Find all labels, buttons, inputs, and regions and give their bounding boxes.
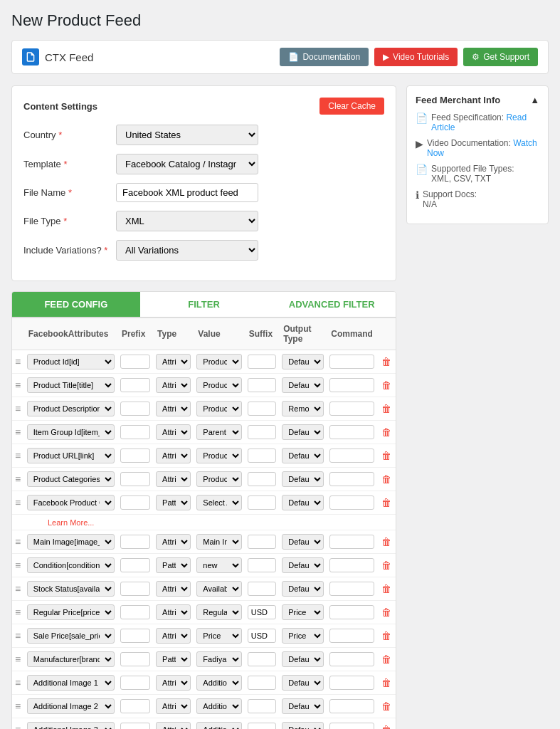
prefix-input[interactable] xyxy=(120,535,150,549)
prefix-input[interactable] xyxy=(120,629,150,643)
value-select[interactable]: Additional Image 2 xyxy=(196,698,241,714)
value-select[interactable]: new xyxy=(196,557,241,573)
command-input[interactable] xyxy=(329,723,374,729)
value-select[interactable]: Product Description xyxy=(196,401,241,416)
drag-handle-icon[interactable]: ≡ xyxy=(15,630,21,641)
drag-handle-icon[interactable]: ≡ xyxy=(15,379,21,391)
type-select[interactable]: Attribute Pattern (St: xyxy=(156,698,191,714)
output-type-select[interactable]: Default xyxy=(282,722,324,729)
command-input[interactable] xyxy=(329,495,374,510)
type-select[interactable]: Attribute Pattern (St: xyxy=(156,401,191,416)
value-select[interactable]: Parent Id [Group Id] xyxy=(196,424,241,440)
clear-cache-button[interactable]: Clear Cache xyxy=(319,98,384,115)
drag-handle-icon[interactable]: ≡ xyxy=(15,724,21,729)
suffix-input[interactable] xyxy=(248,402,276,416)
drag-handle-icon[interactable]: ≡ xyxy=(15,426,21,438)
command-input[interactable] xyxy=(329,449,374,463)
drag-handle-icon[interactable]: ≡ xyxy=(15,497,21,508)
drag-handle-icon[interactable]: ≡ xyxy=(15,701,21,712)
suffix-input[interactable] xyxy=(248,629,276,643)
fb-attribute-select[interactable]: Main Image[image_link xyxy=(27,534,115,550)
suffix-input[interactable] xyxy=(248,582,276,596)
output-type-select[interactable]: Default xyxy=(282,354,324,369)
delete-row-button[interactable]: 🗑 xyxy=(380,723,393,729)
command-input[interactable] xyxy=(329,355,374,369)
variations-select[interactable]: All Variations xyxy=(116,240,258,261)
delete-row-button[interactable]: 🗑 xyxy=(380,699,393,713)
type-select[interactable]: Attribute Pattern (St: xyxy=(156,354,191,369)
value-select[interactable]: Product Title xyxy=(196,377,241,393)
type-select[interactable]: Attribute Pattern (St: xyxy=(156,557,191,573)
output-type-select[interactable]: Default xyxy=(282,495,324,510)
command-input[interactable] xyxy=(329,582,374,596)
value-select[interactable]: Product Id xyxy=(196,354,241,369)
prefix-input[interactable] xyxy=(120,605,150,619)
value-select[interactable]: Regular Price xyxy=(196,604,241,620)
suffix-input[interactable] xyxy=(248,425,276,439)
watch-now-link[interactable]: Watch Now xyxy=(427,138,537,158)
fb-attribute-select[interactable]: Item Group Id[item_grc xyxy=(27,424,115,440)
fb-attribute-select[interactable]: Product URL[link] xyxy=(27,448,115,463)
suffix-input[interactable] xyxy=(248,449,276,463)
fb-attribute-select[interactable]: Additional Image 3 [ad xyxy=(27,722,115,729)
type-select[interactable]: Attribute Pattern (St: xyxy=(156,471,191,487)
suffix-input[interactable] xyxy=(248,652,276,666)
prefix-input[interactable] xyxy=(120,402,150,416)
output-type-select[interactable]: Price xyxy=(282,628,324,644)
type-select[interactable]: Attribute Pattern (St: xyxy=(156,534,191,550)
delete-row-button[interactable]: 🗑 xyxy=(380,605,393,619)
fb-attribute-select[interactable]: Stock Status[availabilit xyxy=(27,581,115,597)
drag-handle-icon[interactable]: ≡ xyxy=(15,560,21,571)
read-article-link[interactable]: Read Article xyxy=(431,112,527,132)
prefix-input[interactable] xyxy=(120,652,150,666)
prefix-input[interactable] xyxy=(120,582,150,596)
learn-more-link[interactable]: Learn More... xyxy=(48,518,94,527)
output-type-select[interactable]: Default xyxy=(282,377,324,393)
get-support-button[interactable]: ⚙ Get Support xyxy=(463,48,538,66)
prefix-input[interactable] xyxy=(120,723,150,729)
output-type-select[interactable]: Default xyxy=(282,557,324,573)
delete-row-button[interactable]: 🗑 xyxy=(380,652,393,666)
prefix-input[interactable] xyxy=(120,355,150,369)
output-type-select[interactable]: Default xyxy=(282,471,324,487)
command-input[interactable] xyxy=(329,558,374,572)
drag-handle-icon[interactable]: ≡ xyxy=(15,536,21,547)
output-type-select[interactable]: Remove ShortCodes xyxy=(282,401,324,416)
delete-row-button[interactable]: 🗑 xyxy=(380,495,393,510)
delete-row-button[interactable]: 🗑 xyxy=(380,629,393,643)
delete-row-button[interactable]: 🗑 xyxy=(380,535,393,549)
command-input[interactable] xyxy=(329,425,374,439)
suffix-input[interactable] xyxy=(248,378,276,392)
suffix-input[interactable] xyxy=(248,723,276,729)
drag-handle-icon[interactable]: ≡ xyxy=(15,677,21,688)
filename-input[interactable] xyxy=(116,183,258,202)
suffix-input[interactable] xyxy=(248,495,276,510)
command-input[interactable] xyxy=(329,378,374,392)
delete-row-button[interactable]: 🗑 xyxy=(380,558,393,572)
fb-attribute-select[interactable]: Product Title[title] xyxy=(27,377,115,393)
suffix-input[interactable] xyxy=(248,676,276,690)
delete-row-button[interactable]: 🗑 xyxy=(380,402,393,416)
type-select[interactable]: Attribute Pattern (St: xyxy=(156,581,191,597)
value-select[interactable]: Product Category [Ca xyxy=(196,471,241,487)
delete-row-button[interactable]: 🗑 xyxy=(380,676,393,690)
type-select[interactable]: Attribute Pattern (St: xyxy=(156,628,191,644)
drag-handle-icon[interactable]: ≡ xyxy=(15,607,21,618)
value-select[interactable]: Additional Image 1 xyxy=(196,675,241,691)
command-input[interactable] xyxy=(329,652,374,666)
prefix-input[interactable] xyxy=(120,449,150,463)
drag-handle-icon[interactable]: ≡ xyxy=(15,583,21,594)
value-select[interactable]: Select A Category xyxy=(196,495,241,510)
output-type-select[interactable]: Default xyxy=(282,448,324,463)
command-input[interactable] xyxy=(329,472,374,486)
output-type-select[interactable]: Default xyxy=(282,424,324,440)
fb-attribute-select[interactable]: Regular Price[price] xyxy=(27,604,115,620)
suffix-input[interactable] xyxy=(248,699,276,713)
value-select[interactable]: Availability xyxy=(196,581,241,597)
delete-row-button[interactable]: 🗑 xyxy=(380,425,393,439)
drag-handle-icon[interactable]: ≡ xyxy=(15,450,21,461)
output-type-select[interactable]: Default xyxy=(282,534,324,550)
tab-feed-config[interactable]: FEED CONFIG xyxy=(12,292,140,317)
value-select[interactable]: Fadiyahsameh xyxy=(196,651,241,667)
output-type-select[interactable]: Default xyxy=(282,651,324,667)
